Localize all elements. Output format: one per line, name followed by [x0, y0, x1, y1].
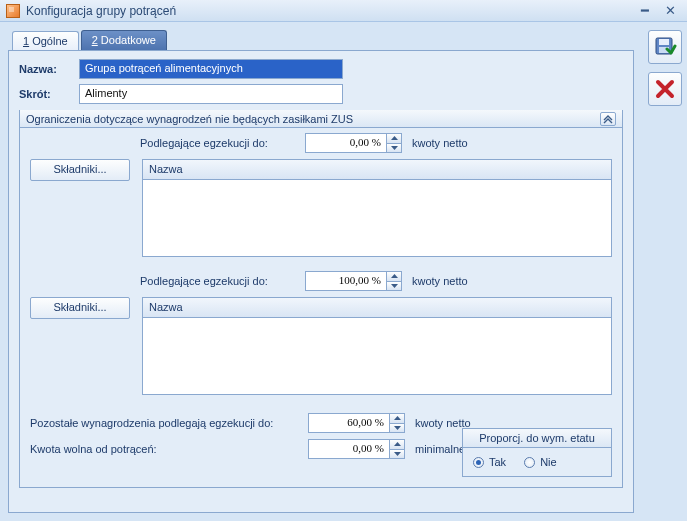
- limit1-unit: kwoty netto: [412, 137, 468, 149]
- name-input[interactable]: Grupa potrąceń alimentacyjnych: [79, 59, 343, 79]
- limit1-label: Podlegające egzekucji do:: [140, 137, 295, 149]
- limit1-value[interactable]: 0,00 %: [305, 133, 387, 153]
- spin-down-icon[interactable]: [387, 282, 401, 291]
- spin-down-icon[interactable]: [387, 144, 401, 153]
- short-input[interactable]: Alimenty: [79, 84, 343, 104]
- grid2[interactable]: Nazwa: [142, 297, 612, 395]
- limit2-unit: kwoty netto: [412, 275, 468, 287]
- spin-down-icon[interactable]: [390, 450, 404, 459]
- tab-panel-general: Nazwa: Grupa potrąceń alimentacyjnych Sk…: [8, 50, 634, 513]
- grid1-header[interactable]: Nazwa: [143, 160, 611, 180]
- limit2-spinner[interactable]: 100,00 %: [305, 271, 402, 291]
- cancel-button[interactable]: [648, 72, 682, 106]
- group-legend: Ograniczenia dotyczące wynagrodzeń nie b…: [26, 113, 353, 125]
- app-icon: [6, 4, 20, 18]
- limit1-spinner[interactable]: 0,00 %: [305, 133, 402, 153]
- radio-dot-icon: [524, 457, 535, 468]
- rest-spinner[interactable]: 60,00 %: [308, 413, 405, 433]
- title-bar: Konfiguracja grupy potrąceń ━ ✕: [0, 0, 687, 22]
- save-button[interactable]: [648, 30, 682, 64]
- proportional-group: Proporcj. do wym. etatu Tak Nie: [462, 428, 612, 477]
- components1-button[interactable]: Składniki...: [30, 159, 130, 181]
- collapse-group-icon[interactable]: [600, 112, 616, 126]
- limit2-label: Podlegające egzekucji do:: [140, 275, 295, 287]
- tab-strip: 1 Ogólne 2 Dodatkowe: [8, 28, 634, 50]
- limit2-value[interactable]: 100,00 %: [305, 271, 387, 291]
- spin-up-icon[interactable]: [387, 134, 401, 144]
- radio-yes[interactable]: Tak: [473, 456, 506, 468]
- rest-value[interactable]: 60,00 %: [308, 413, 390, 433]
- grid2-header[interactable]: Nazwa: [143, 298, 611, 318]
- spin-down-icon[interactable]: [390, 424, 404, 433]
- proportional-header: Proporcj. do wym. etatu: [463, 429, 611, 448]
- radio-dot-icon: [473, 457, 484, 468]
- close-button[interactable]: ✕: [659, 3, 681, 19]
- restrictions-group: Ograniczenia dotyczące wynagrodzeń nie b…: [19, 110, 623, 488]
- spin-up-icon[interactable]: [387, 272, 401, 282]
- short-label: Skrót:: [19, 88, 79, 100]
- window-title: Konfiguracja grupy potrąceń: [26, 4, 176, 18]
- radio-no[interactable]: Nie: [524, 456, 557, 468]
- free-label: Kwota wolna od potrąceń:: [30, 443, 298, 455]
- spin-up-icon[interactable]: [390, 440, 404, 450]
- name-label: Nazwa:: [19, 63, 79, 75]
- svg-rect-1: [659, 39, 669, 45]
- rest-label: Pozostałe wynagrodzenia podlegają egzeku…: [30, 417, 298, 429]
- spin-up-icon[interactable]: [390, 414, 404, 424]
- components2-button[interactable]: Składniki...: [30, 297, 130, 319]
- free-spinner[interactable]: 0,00 %: [308, 439, 405, 459]
- tab-additional[interactable]: 2 Dodatkowe: [81, 30, 167, 50]
- free-value[interactable]: 0,00 %: [308, 439, 390, 459]
- minimize-button[interactable]: ━: [634, 3, 656, 19]
- tab-general[interactable]: 1 Ogólne: [12, 31, 79, 51]
- grid1[interactable]: Nazwa: [142, 159, 612, 257]
